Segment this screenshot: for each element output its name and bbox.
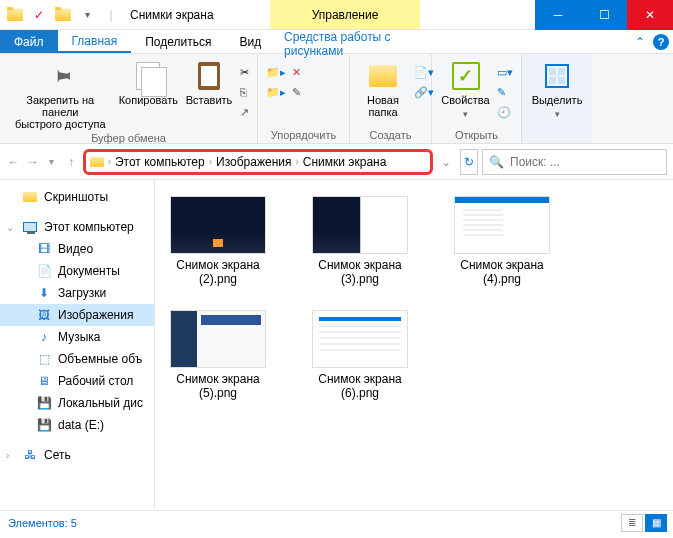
- edit-icon: ✎: [497, 86, 506, 99]
- breadcrumb-screenshots[interactable]: Снимки экрана: [303, 155, 387, 169]
- nav-video[interactable]: 🎞Видео: [0, 238, 154, 260]
- tab-share[interactable]: Поделиться: [131, 30, 225, 53]
- collapse-ribbon-icon[interactable]: ⌃: [635, 35, 645, 49]
- nav-music[interactable]: ♪Музыка: [0, 326, 154, 348]
- forward-button[interactable]: →: [25, 150, 40, 174]
- breadcrumb-this-pc[interactable]: Этот компьютер: [115, 155, 205, 169]
- moveto-icon: 📁▸: [266, 66, 286, 79]
- select-all-icon: [541, 60, 573, 92]
- nav-this-pc[interactable]: ⌄Этот компьютер: [0, 216, 154, 238]
- file-name: Снимок экрана (6).png: [305, 372, 415, 400]
- file-tile[interactable]: Снимок экрана (2).png: [163, 196, 273, 286]
- minimize-button[interactable]: ─: [535, 0, 581, 30]
- nav-local-disk[interactable]: 💾Локальный дис: [0, 392, 154, 414]
- file-name: Снимок экрана (2).png: [163, 258, 273, 286]
- nav-data-e[interactable]: 💾data (E:): [0, 414, 154, 436]
- folder-icon: [367, 60, 399, 92]
- nav-network[interactable]: ›🖧Сеть: [0, 444, 154, 466]
- tab-home[interactable]: Главная: [58, 30, 132, 53]
- nav-documents[interactable]: 📄Документы: [0, 260, 154, 282]
- pictures-icon: 🖼: [36, 307, 52, 323]
- open-button[interactable]: ▭▾: [497, 62, 513, 82]
- file-thumbnail: [312, 310, 408, 368]
- move-to-button[interactable]: 📁▸: [266, 62, 286, 82]
- rename-button[interactable]: ✎: [292, 82, 301, 102]
- app-folder-icon: [4, 4, 26, 26]
- address-dropdown[interactable]: ⌄: [437, 155, 456, 169]
- new-item-button[interactable]: 📄▾: [414, 62, 434, 82]
- chevron-right-icon[interactable]: ›: [209, 156, 212, 167]
- file-thumbnail: [170, 196, 266, 254]
- delete-button[interactable]: ✕: [292, 62, 301, 82]
- quick-access-toolbar: ✓ ▾ |: [0, 4, 126, 26]
- thumbnails-view-button[interactable]: ▦: [645, 514, 667, 532]
- history-button[interactable]: 🕘: [497, 102, 513, 122]
- tab-file[interactable]: Файл: [0, 30, 58, 53]
- expand-icon[interactable]: ⌄: [6, 222, 14, 233]
- file-tile[interactable]: Снимок экрана (5).png: [163, 310, 273, 400]
- copy-icon: [132, 60, 164, 92]
- copy-path-button[interactable]: ⎘: [240, 82, 249, 102]
- easy-access-button[interactable]: 🔗▾: [414, 82, 434, 102]
- file-name: Снимок экрана (5).png: [163, 372, 273, 400]
- organize-group-label: Упорядочить: [266, 129, 341, 141]
- details-view-button[interactable]: ≣: [621, 514, 643, 532]
- paste-shortcut-button[interactable]: ↗: [240, 102, 249, 122]
- file-list[interactable]: Снимок экрана (2).pngСнимок экрана (3).p…: [155, 180, 673, 510]
- file-thumbnail: [312, 196, 408, 254]
- qat-save-icon[interactable]: ✓: [28, 4, 50, 26]
- qat-dropdown-icon[interactable]: ▾: [76, 4, 98, 26]
- disk-icon: 💾: [36, 395, 52, 411]
- check-icon: [450, 60, 482, 92]
- address-folder-icon: [90, 157, 104, 167]
- copy-button[interactable]: Копировать: [119, 58, 178, 108]
- select-button[interactable]: Выделить ▾: [530, 58, 584, 122]
- tab-picture-tools[interactable]: Средства работы с рисунками: [270, 30, 450, 58]
- list-icon: ≣: [628, 517, 636, 528]
- history-icon: 🕘: [497, 106, 511, 119]
- nav-pictures[interactable]: 🖼Изображения: [0, 304, 154, 326]
- file-tile[interactable]: Снимок экрана (6).png: [305, 310, 415, 400]
- copy-to-button[interactable]: 📁▸: [266, 82, 286, 102]
- file-tile[interactable]: Снимок экрана (3).png: [305, 196, 415, 286]
- title-bar: ✓ ▾ | Снимки экрана Управление ─ ☐ ✕: [0, 0, 673, 30]
- back-button[interactable]: ←: [6, 150, 21, 174]
- chevron-right-icon[interactable]: ›: [108, 156, 111, 167]
- open-icon: ▭▾: [497, 66, 513, 79]
- rename-icon: ✎: [292, 86, 301, 99]
- nav-desktop[interactable]: 🖥Рабочий стол: [0, 370, 154, 392]
- search-input[interactable]: [510, 155, 660, 169]
- file-tile[interactable]: Снимок экрана (4).png: [447, 196, 557, 286]
- close-button[interactable]: ✕: [627, 0, 673, 30]
- copyto-icon: 📁▸: [266, 86, 286, 99]
- address-bar[interactable]: › Этот компьютер › Изображения › Снимки …: [83, 149, 433, 175]
- music-icon: ♪: [36, 329, 52, 345]
- chevron-right-icon[interactable]: ›: [295, 156, 298, 167]
- cut-button[interactable]: ✂: [240, 62, 249, 82]
- shortcut-icon: ↗: [240, 106, 249, 119]
- pin-quick-access-button[interactable]: Закрепить на панели быстрого доступа: [8, 58, 113, 132]
- nav-screenshots[interactable]: Скриншоты: [0, 186, 154, 208]
- easyaccess-icon: 🔗▾: [414, 86, 434, 99]
- help-icon[interactable]: ?: [653, 34, 669, 50]
- search-box[interactable]: 🔍: [482, 149, 667, 175]
- ribbon: Закрепить на панели быстрого доступа Коп…: [0, 54, 673, 144]
- properties-button[interactable]: Свойства ▾: [440, 58, 491, 122]
- tab-view[interactable]: Вид: [225, 30, 275, 53]
- item-count: Элементов: 5: [8, 517, 77, 529]
- window-title: Снимки экрана: [130, 8, 214, 22]
- nav-downloads[interactable]: ⬇Загрузки: [0, 282, 154, 304]
- nav-3d-objects[interactable]: ⬚Объемные объ: [0, 348, 154, 370]
- link-icon: ⎘: [240, 86, 247, 98]
- maximize-button[interactable]: ☐: [581, 0, 627, 30]
- qat-folder-icon[interactable]: [52, 4, 74, 26]
- new-folder-button[interactable]: Новая папка: [358, 58, 408, 120]
- breadcrumb-pictures[interactable]: Изображения: [216, 155, 291, 169]
- refresh-button[interactable]: ↻: [460, 149, 478, 175]
- up-button[interactable]: ↑: [63, 150, 78, 174]
- documents-icon: 📄: [36, 263, 52, 279]
- expand-icon[interactable]: ›: [6, 450, 9, 461]
- paste-button[interactable]: Вставить: [184, 58, 234, 108]
- edit-button[interactable]: ✎: [497, 82, 513, 102]
- recent-locations-button[interactable]: ▾: [44, 150, 59, 174]
